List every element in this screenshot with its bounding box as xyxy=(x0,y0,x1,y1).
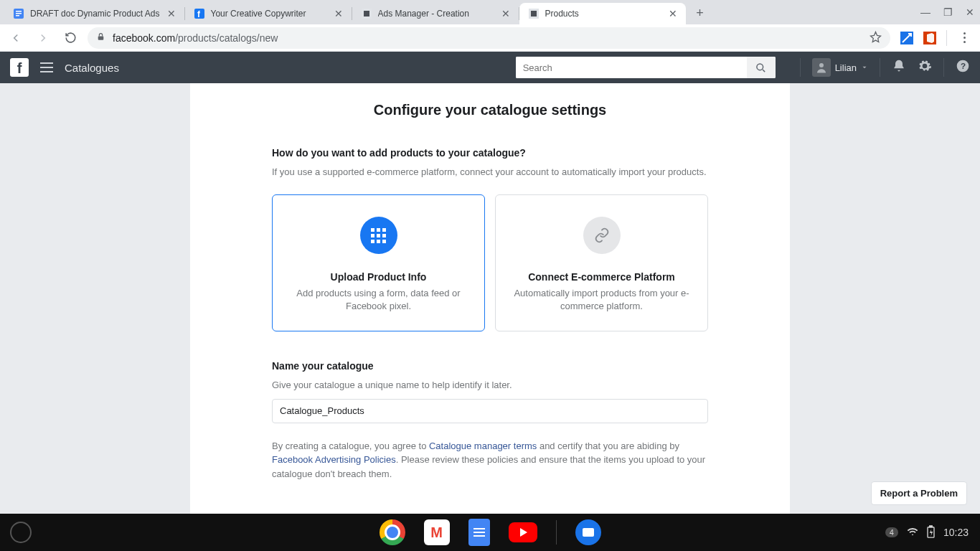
minimize-icon[interactable]: — xyxy=(920,6,930,18)
card-desc: Add products using a form, data feed or … xyxy=(288,287,468,313)
extensions xyxy=(897,30,974,46)
extension-blue-icon[interactable] xyxy=(900,32,913,44)
forward-button[interactable] xyxy=(33,28,53,48)
section-heading: Name your catalogue xyxy=(272,360,708,372)
svg-rect-18 xyxy=(930,525,933,527)
tab-title: Products xyxy=(545,9,661,19)
card-title: Connect E-commerce Platform xyxy=(512,271,692,283)
link-icon xyxy=(583,217,621,254)
chrome-menu-icon[interactable] xyxy=(957,32,971,43)
close-icon[interactable]: ✕ xyxy=(166,8,177,19)
notification-icon[interactable] xyxy=(892,59,906,76)
wifi-icon xyxy=(907,526,918,540)
fbads-icon xyxy=(528,8,540,19)
docs-icon xyxy=(13,8,24,19)
chevron-down-icon xyxy=(861,64,868,71)
catalogue-name-input[interactable] xyxy=(280,405,700,416)
app-gmail-icon[interactable]: M xyxy=(424,519,450,545)
search-box xyxy=(516,57,776,78)
option-connect-ecommerce[interactable]: Connect E-commerce Platform Automaticall… xyxy=(495,194,708,331)
svg-rect-2 xyxy=(16,13,22,14)
system-tray[interactable]: 4 10:23 xyxy=(885,525,969,540)
user-name: Lilian xyxy=(835,62,857,73)
bookmark-icon[interactable] xyxy=(870,31,882,45)
tab-title: Ads Manager - Creation xyxy=(378,9,494,19)
user-menu[interactable]: Lilian xyxy=(812,58,868,77)
terms-link[interactable]: Catalogue manager terms xyxy=(429,441,537,451)
url-text: facebook.com/products/catalogs/new xyxy=(113,32,862,44)
page-viewport: Configure your catalogue settings How do… xyxy=(0,83,980,514)
card-title: Upload Product Info xyxy=(288,271,468,283)
grid-icon xyxy=(360,217,397,254)
extension-office-icon[interactable] xyxy=(923,32,936,44)
close-icon[interactable]: ✕ xyxy=(333,8,344,19)
window-controls: — ❐ ✕ xyxy=(920,0,974,24)
card-desc: Automatically import products from your … xyxy=(512,287,692,313)
svg-rect-7 xyxy=(364,11,369,17)
svg-rect-9 xyxy=(531,11,537,17)
menu-icon[interactable] xyxy=(40,62,53,72)
svg-rect-1 xyxy=(16,11,22,12)
page-title: Configure your catalogue settings xyxy=(272,102,708,118)
gear-icon[interactable] xyxy=(918,59,932,76)
section-subtitle: If you use a supported e-commerce platfo… xyxy=(272,166,708,179)
svg-text:?: ? xyxy=(961,61,966,70)
avatar xyxy=(812,58,831,77)
section-heading: How do you want to add products to your … xyxy=(272,147,708,159)
lock-icon xyxy=(96,32,105,44)
close-icon[interactable]: ✕ xyxy=(500,8,512,19)
search-button[interactable] xyxy=(747,57,776,78)
tab-drafts[interactable]: DRAFT doc Dynamic Product Ads ✕ xyxy=(4,3,184,24)
app-chrome-icon[interactable] xyxy=(380,519,405,545)
tab-products[interactable]: Products ✕ xyxy=(519,3,686,24)
back-button[interactable] xyxy=(6,28,26,48)
page-card: Configure your catalogue settings How do… xyxy=(190,83,790,514)
maximize-icon[interactable]: ❐ xyxy=(943,6,953,18)
option-upload-product-info[interactable]: Upload Product Info Add products using a… xyxy=(272,194,485,331)
os-taskbar: M 4 10:23 xyxy=(0,514,980,551)
battery-icon xyxy=(927,525,935,540)
report-problem-button[interactable]: Report a Problem xyxy=(871,481,967,505)
search-input[interactable] xyxy=(516,57,747,78)
reload-button[interactable] xyxy=(60,28,80,48)
app-docs-icon[interactable] xyxy=(468,519,490,546)
legal-text: By creating a catalogue, you agree to Ca… xyxy=(272,439,708,481)
notification-badge: 4 xyxy=(885,527,898,537)
address-bar[interactable]: facebook.com/products/catalogs/new xyxy=(88,27,890,49)
new-tab-button[interactable]: + xyxy=(690,3,710,23)
facebook-logo[interactable]: f xyxy=(10,58,29,77)
tab-title: DRAFT doc Dynamic Product Ads xyxy=(30,9,160,19)
close-window-icon[interactable]: ✕ xyxy=(966,6,974,18)
close-icon[interactable]: ✕ xyxy=(667,8,679,19)
browser-tabstrip: DRAFT doc Dynamic Product Ads ✕ f Your C… xyxy=(0,0,980,24)
fb-header: f Catalogues Lilian ? xyxy=(0,52,980,83)
help-icon[interactable]: ? xyxy=(956,59,970,76)
clock: 10:23 xyxy=(943,527,969,538)
tab-adsmanager[interactable]: Ads Manager - Creation ✕ xyxy=(352,3,519,24)
app-files-icon[interactable] xyxy=(575,519,601,545)
fbads-icon xyxy=(361,8,372,19)
tab-title: Your Creative Copywriter xyxy=(211,9,327,19)
app-youtube-icon[interactable] xyxy=(509,522,537,542)
svg-rect-10 xyxy=(98,36,104,39)
section-title: Catalogues xyxy=(65,62,119,74)
svg-rect-3 xyxy=(16,15,19,17)
facebook-icon: f xyxy=(194,8,205,19)
svg-point-13 xyxy=(757,63,763,70)
tab-copywriter[interactable]: f Your Creative Copywriter ✕ xyxy=(185,3,352,24)
policies-link[interactable]: Facebook Advertising Policies xyxy=(272,454,396,465)
browser-toolbar: facebook.com/products/catalogs/new xyxy=(0,24,980,52)
launcher-icon[interactable] xyxy=(10,522,32,543)
svg-point-14 xyxy=(819,63,824,67)
catalogue-name-field-wrap xyxy=(272,399,708,423)
section-subtitle: Give your catalogue a unique name to hel… xyxy=(272,379,708,392)
